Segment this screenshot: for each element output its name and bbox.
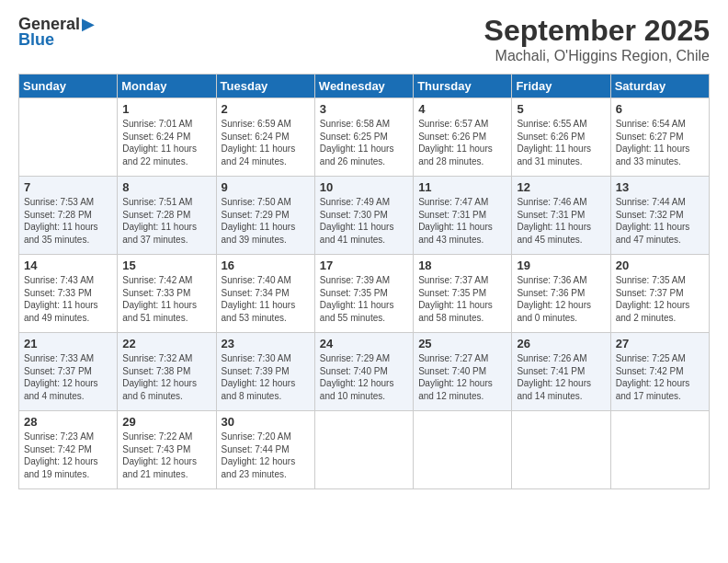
weekday-header-wednesday: Wednesday <box>314 75 413 98</box>
calendar-cell <box>610 411 709 489</box>
calendar-cell <box>19 98 118 177</box>
day-info: Sunrise: 7:36 AM Sunset: 7:36 PM Dayligh… <box>517 274 605 324</box>
day-info: Sunrise: 7:46 AM Sunset: 7:31 PM Dayligh… <box>517 196 605 246</box>
day-info: Sunrise: 7:32 AM Sunset: 7:38 PM Dayligh… <box>122 352 210 402</box>
calendar-cell: 1Sunrise: 7:01 AM Sunset: 6:24 PM Daylig… <box>118 98 216 177</box>
weekday-header-monday: Monday <box>118 75 216 98</box>
day-number: 12 <box>517 180 605 194</box>
day-number: 21 <box>24 337 112 350</box>
day-number: 6 <box>616 102 704 116</box>
day-info: Sunrise: 7:43 AM Sunset: 7:33 PM Dayligh… <box>24 274 112 324</box>
calendar-cell <box>414 411 512 489</box>
day-info: Sunrise: 7:44 AM Sunset: 7:32 PM Dayligh… <box>616 196 704 246</box>
day-number: 19 <box>517 259 605 272</box>
day-info: Sunrise: 7:23 AM Sunset: 7:42 PM Dayligh… <box>24 431 112 480</box>
day-number: 30 <box>222 415 310 429</box>
calendar-cell: 11Sunrise: 7:47 AM Sunset: 7:31 PM Dayli… <box>414 177 512 255</box>
day-number: 17 <box>320 259 408 272</box>
calendar-cell: 28Sunrise: 7:23 AM Sunset: 7:42 PM Dayli… <box>19 411 118 489</box>
day-info: Sunrise: 6:58 AM Sunset: 6:25 PM Dayligh… <box>320 118 408 167</box>
week-row-1: 1Sunrise: 7:01 AM Sunset: 6:24 PM Daylig… <box>19 98 710 177</box>
title-area: September 2025 Machali, O'Higgins Region… <box>484 14 710 64</box>
month-title: September 2025 <box>484 14 710 48</box>
day-number: 16 <box>222 259 310 272</box>
calendar-cell: 27Sunrise: 7:25 AM Sunset: 7:42 PM Dayli… <box>610 333 709 411</box>
logo-blue: Blue <box>18 30 54 50</box>
location-title: Machali, O'Higgins Region, Chile <box>484 48 710 64</box>
day-number: 14 <box>24 259 112 272</box>
day-info: Sunrise: 7:35 AM Sunset: 7:37 PM Dayligh… <box>616 274 704 324</box>
weekday-header-saturday: Saturday <box>610 75 709 98</box>
day-info: Sunrise: 7:01 AM Sunset: 6:24 PM Dayligh… <box>122 118 210 167</box>
day-number: 20 <box>616 259 704 272</box>
day-info: Sunrise: 7:25 AM Sunset: 7:42 PM Dayligh… <box>616 352 704 402</box>
calendar-cell: 24Sunrise: 7:29 AM Sunset: 7:40 PM Dayli… <box>314 333 413 411</box>
week-row-5: 28Sunrise: 7:23 AM Sunset: 7:42 PM Dayli… <box>19 411 710 489</box>
calendar-cell: 6Sunrise: 6:54 AM Sunset: 6:27 PM Daylig… <box>610 98 709 177</box>
day-info: Sunrise: 7:53 AM Sunset: 7:28 PM Dayligh… <box>24 196 112 246</box>
day-info: Sunrise: 6:55 AM Sunset: 6:26 PM Dayligh… <box>517 118 605 167</box>
calendar-cell: 2Sunrise: 6:59 AM Sunset: 6:24 PM Daylig… <box>216 98 314 177</box>
page: General ▶ Blue September 2025 Machali, O… <box>0 0 728 563</box>
calendar-cell: 26Sunrise: 7:26 AM Sunset: 7:41 PM Dayli… <box>512 333 610 411</box>
day-info: Sunrise: 6:54 AM Sunset: 6:27 PM Dayligh… <box>616 118 704 167</box>
week-row-3: 14Sunrise: 7:43 AM Sunset: 7:33 PM Dayli… <box>19 255 710 333</box>
day-number: 23 <box>222 337 310 350</box>
weekday-header-row: SundayMondayTuesdayWednesdayThursdayFrid… <box>19 75 710 98</box>
day-number: 4 <box>418 102 506 116</box>
day-number: 22 <box>122 337 210 350</box>
calendar-cell <box>512 411 610 489</box>
logo: General ▶ Blue <box>18 14 95 50</box>
calendar-cell: 9Sunrise: 7:50 AM Sunset: 7:29 PM Daylig… <box>216 177 314 255</box>
calendar-cell: 23Sunrise: 7:30 AM Sunset: 7:39 PM Dayli… <box>216 333 314 411</box>
weekday-header-tuesday: Tuesday <box>216 75 314 98</box>
weekday-header-friday: Friday <box>512 75 610 98</box>
calendar-cell: 5Sunrise: 6:55 AM Sunset: 6:26 PM Daylig… <box>512 98 610 177</box>
calendar-cell <box>314 411 413 489</box>
day-number: 15 <box>122 259 210 272</box>
day-info: Sunrise: 7:50 AM Sunset: 7:29 PM Dayligh… <box>222 196 310 246</box>
calendar-cell: 29Sunrise: 7:22 AM Sunset: 7:43 PM Dayli… <box>118 411 216 489</box>
calendar-cell: 12Sunrise: 7:46 AM Sunset: 7:31 PM Dayli… <box>512 177 610 255</box>
day-info: Sunrise: 7:37 AM Sunset: 7:35 PM Dayligh… <box>418 274 506 324</box>
day-number: 24 <box>320 337 408 350</box>
day-info: Sunrise: 7:39 AM Sunset: 7:35 PM Dayligh… <box>320 274 408 324</box>
day-number: 27 <box>616 337 704 350</box>
day-number: 7 <box>24 180 112 194</box>
calendar-cell: 7Sunrise: 7:53 AM Sunset: 7:28 PM Daylig… <box>19 177 118 255</box>
day-info: Sunrise: 7:30 AM Sunset: 7:39 PM Dayligh… <box>222 352 310 402</box>
day-number: 3 <box>320 102 408 116</box>
day-number: 9 <box>222 180 310 194</box>
day-info: Sunrise: 6:57 AM Sunset: 6:26 PM Dayligh… <box>418 118 506 167</box>
day-info: Sunrise: 7:42 AM Sunset: 7:33 PM Dayligh… <box>122 274 210 324</box>
calendar-cell: 19Sunrise: 7:36 AM Sunset: 7:36 PM Dayli… <box>512 255 610 333</box>
day-info: Sunrise: 7:27 AM Sunset: 7:40 PM Dayligh… <box>418 352 506 402</box>
weekday-header-sunday: Sunday <box>19 75 118 98</box>
calendar-cell: 25Sunrise: 7:27 AM Sunset: 7:40 PM Dayli… <box>414 333 512 411</box>
day-number: 10 <box>320 180 408 194</box>
header-area: General ▶ Blue September 2025 Machali, O… <box>18 14 710 64</box>
calendar-cell: 21Sunrise: 7:33 AM Sunset: 7:37 PM Dayli… <box>19 333 118 411</box>
calendar-cell: 20Sunrise: 7:35 AM Sunset: 7:37 PM Dayli… <box>610 255 709 333</box>
day-number: 28 <box>24 415 112 429</box>
day-info: Sunrise: 7:33 AM Sunset: 7:37 PM Dayligh… <box>24 352 112 402</box>
day-number: 18 <box>418 259 506 272</box>
day-number: 8 <box>122 180 210 194</box>
day-number: 5 <box>517 102 605 116</box>
day-info: Sunrise: 7:40 AM Sunset: 7:34 PM Dayligh… <box>222 274 310 324</box>
calendar-cell: 17Sunrise: 7:39 AM Sunset: 7:35 PM Dayli… <box>314 255 413 333</box>
day-info: Sunrise: 7:20 AM Sunset: 7:44 PM Dayligh… <box>222 431 310 480</box>
calendar-cell: 10Sunrise: 7:49 AM Sunset: 7:30 PM Dayli… <box>314 177 413 255</box>
calendar-cell: 3Sunrise: 6:58 AM Sunset: 6:25 PM Daylig… <box>314 98 413 177</box>
calendar-table: SundayMondayTuesdayWednesdayThursdayFrid… <box>18 74 710 489</box>
day-number: 11 <box>418 180 506 194</box>
week-row-2: 7Sunrise: 7:53 AM Sunset: 7:28 PM Daylig… <box>19 177 710 255</box>
day-number: 25 <box>418 337 506 350</box>
logo-icon: ▶ <box>82 14 95 34</box>
calendar-cell: 13Sunrise: 7:44 AM Sunset: 7:32 PM Dayli… <box>610 177 709 255</box>
day-info: Sunrise: 6:59 AM Sunset: 6:24 PM Dayligh… <box>222 118 310 167</box>
calendar-cell: 15Sunrise: 7:42 AM Sunset: 7:33 PM Dayli… <box>118 255 216 333</box>
day-info: Sunrise: 7:47 AM Sunset: 7:31 PM Dayligh… <box>418 196 506 246</box>
calendar-cell: 22Sunrise: 7:32 AM Sunset: 7:38 PM Dayli… <box>118 333 216 411</box>
day-number: 13 <box>616 180 704 194</box>
